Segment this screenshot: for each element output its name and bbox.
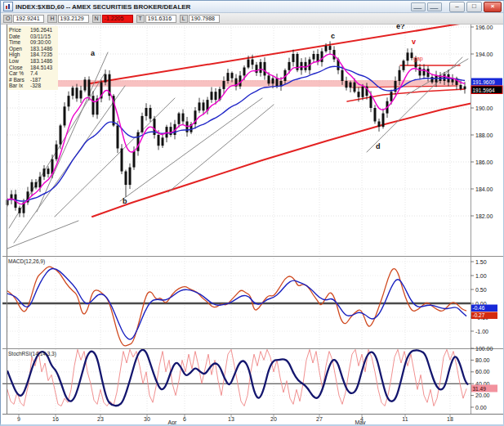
quote-field-label: O	[3, 15, 12, 23]
svg-text:20: 20	[270, 416, 277, 422]
svg-text:gap: gap	[413, 56, 423, 62]
svg-text:v: v	[412, 38, 416, 46]
svg-text:18: 18	[447, 416, 453, 422]
info-row: Open183.1486	[7, 46, 58, 52]
svg-text:-1.00: -1.00	[475, 329, 488, 334]
svg-text:1.00: 1.00	[475, 273, 487, 279]
quote-field-label: H	[47, 15, 56, 23]
svg-text:0.00: 0.00	[475, 405, 487, 410]
maximize-button[interactable]: □	[466, 2, 482, 12]
svg-text:30: 30	[144, 416, 150, 422]
svg-text:60.00: 60.00	[475, 369, 490, 374]
svg-text:16: 16	[52, 416, 59, 422]
svg-text:d: d	[376, 142, 381, 150]
svg-text:23: 23	[97, 416, 104, 422]
svg-text:6: 6	[183, 416, 186, 422]
svg-text:191.9609: 191.9609	[473, 79, 495, 85]
app-icon	[3, 2, 13, 11]
quote-field-label: T	[136, 15, 145, 23]
macd-pane-label: MACD(12,26,9)	[8, 258, 45, 264]
info-row: Date03/11/15	[7, 34, 58, 40]
svg-text:13: 13	[228, 416, 234, 422]
quote-field-value: 190.7988	[189, 15, 220, 23]
quote-field-value: 192.9241	[13, 15, 44, 23]
svg-text:186.00: 186.00	[475, 159, 493, 165]
price-chart-svg[interactable]: abcde?vgap196.00194.00190.00188.00186.00…	[1, 25, 503, 424]
svg-text:-0.46: -0.46	[473, 305, 485, 311]
svg-text:1.50: 1.50	[475, 259, 487, 265]
cursor-info-panel: Price196.2641Date03/11/15Time09:30:00Ope…	[7, 26, 58, 90]
svg-text:27: 27	[316, 416, 323, 422]
svg-text:80.00: 80.00	[475, 357, 490, 363]
svg-text:-0.27: -0.27	[473, 312, 485, 318]
svg-text:20.00: 20.00	[475, 392, 490, 398]
minimize-button[interactable]: –	[449, 2, 465, 12]
chart-area[interactable]: abcde?vgap196.00194.00190.00188.00186.00…	[1, 25, 503, 424]
svg-text:196.00: 196.00	[475, 25, 493, 30]
stoch-pane-label: StochRSI(14,14,3,3)	[8, 351, 56, 356]
svg-text:May: May	[355, 419, 366, 425]
quote-field-value: -1.2205	[102, 15, 133, 23]
quote-field-value: 191.6316	[145, 15, 176, 23]
info-row: Close184.5143	[7, 65, 58, 71]
info-row: Low183.1486	[7, 58, 58, 65]
svg-text:11: 11	[402, 416, 408, 422]
close-button[interactable]: ×	[484, 2, 502, 12]
svg-text:190.00: 190.00	[475, 105, 493, 111]
info-row: Time09:30:00	[7, 39, 58, 46]
chart-window: INDEX:$XBD,60 -- AMEX SECURITIES BROKER/…	[0, 0, 504, 426]
svg-text:182.00: 182.00	[475, 213, 493, 219]
mini-toolbar-button-2[interactable]	[427, 2, 442, 11]
window-title: INDEX:$XBD,60 -- AMEX SECURITIES BROKER/…	[16, 3, 411, 11]
info-row: Bar Ix-328	[7, 83, 58, 89]
quote-field-value: 193.2129	[58, 15, 89, 23]
info-row: High184.7235	[7, 52, 58, 58]
info-row: Car %7.4	[7, 70, 58, 77]
svg-text:188.00: 188.00	[475, 132, 493, 138]
svg-text:Apr: Apr	[168, 419, 178, 425]
svg-text:194.00: 194.00	[475, 52, 493, 57]
info-row: Price196.2641	[7, 27, 58, 34]
svg-text:191.5964: 191.5964	[473, 87, 495, 93]
svg-text:e?: e?	[396, 25, 405, 30]
info-row: # Bars-187	[7, 77, 58, 83]
quote-field-label: L	[180, 15, 188, 23]
mini-toolbar-button-1[interactable]	[411, 2, 426, 11]
quote-bar: O192.9241H193.2129N-1.2205T191.6316L190.…	[1, 13, 503, 25]
svg-text:100.00: 100.00	[475, 346, 493, 352]
svg-text:b: b	[123, 197, 127, 205]
svg-text:0.50: 0.50	[475, 287, 487, 293]
quote-field-label: N	[92, 15, 101, 23]
svg-text:9: 9	[17, 416, 20, 422]
svg-text:184.00: 184.00	[475, 186, 493, 192]
time-axis: 9162330613202741118AprMay	[2, 415, 503, 424]
title-bar[interactable]: INDEX:$XBD,60 -- AMEX SECURITIES BROKER/…	[1, 1, 503, 13]
svg-text:31.49: 31.49	[473, 386, 487, 392]
svg-text:c: c	[331, 32, 335, 40]
